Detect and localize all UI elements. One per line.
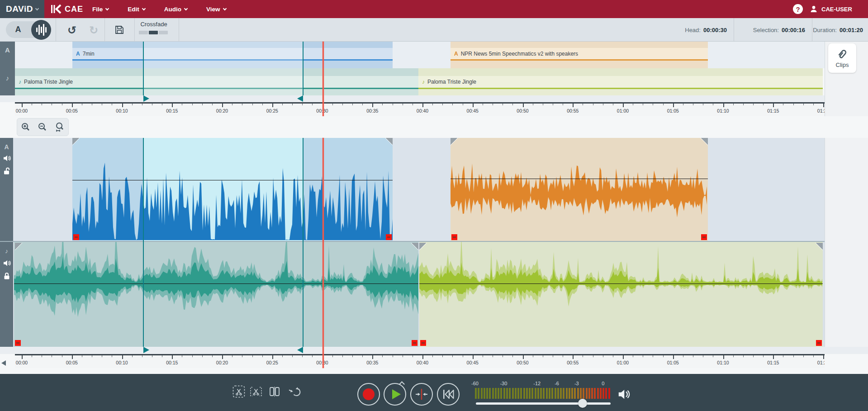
track-b-speaker-icon[interactable] [3, 259, 11, 267]
ruler-label: 00:00 [16, 360, 28, 365]
overview-playhead[interactable] [323, 42, 324, 116]
clips-panel-button[interactable]: Clips [828, 43, 856, 73]
meter-scale-label: -60 [471, 381, 479, 386]
fade-out-handle[interactable] [411, 243, 418, 250]
menu-edit[interactable]: Edit [128, 6, 145, 13]
fade-in-handle[interactable] [72, 138, 80, 145]
overview-timeline-ruler[interactable]: 00:0000:0500:1000:1500:2000:2500:3000:35… [15, 102, 825, 116]
main-selection-start-marker[interactable] [143, 347, 149, 353]
menu-file[interactable]: File [92, 6, 109, 13]
ruler-tick [603, 104, 603, 105]
main-selection-end-marker[interactable] [297, 347, 303, 353]
overview-marker-strip[interactable] [0, 95, 868, 102]
zoom-in-button[interactable] [20, 122, 31, 132]
clip-end-handle[interactable] [816, 340, 822, 346]
track-b-header: ♪ [0, 242, 13, 347]
cut-edges-button[interactable] [249, 385, 263, 398]
main-playhead[interactable] [323, 138, 324, 368]
monitor-speaker-icon[interactable] [617, 387, 631, 401]
head-readout: Head:00:00:30 [633, 18, 727, 42]
david-logo-menu[interactable]: DAViD [0, 0, 44, 18]
clip-end-handle[interactable] [412, 340, 417, 346]
main-selection-start-line[interactable] [143, 138, 144, 347]
help-button[interactable]: ? [793, 4, 803, 14]
waveform-mode-button[interactable] [31, 20, 51, 40]
ruler-tick [493, 355, 493, 357]
ruler-tick [563, 104, 563, 105]
fade-in-handle[interactable] [419, 243, 427, 250]
skip-to-start-button[interactable] [436, 383, 460, 406]
ruler-tick [212, 104, 213, 105]
volume-slider-knob[interactable] [578, 399, 587, 408]
fade-out-handle[interactable] [701, 138, 708, 145]
fade-out-handle[interactable] [816, 243, 823, 250]
user-menu[interactable]: CAE-USER [810, 0, 852, 18]
crossfade-segment-left[interactable] [139, 31, 148, 34]
clip-start-handle[interactable] [15, 340, 21, 346]
selection-end-marker[interactable] [297, 95, 303, 102]
clip-start-handle[interactable] [451, 234, 457, 240]
menu-view[interactable]: View [206, 6, 226, 13]
track-a-unlock-icon[interactable] [3, 167, 10, 175]
clip-jingle-1-waveform[interactable] [14, 242, 418, 347]
gain-line[interactable] [72, 180, 393, 180]
clip-jingle-2-waveform[interactable] [419, 242, 823, 347]
undo-button[interactable]: ↺ [65, 24, 79, 36]
main-selection-end-line[interactable] [303, 138, 304, 347]
clip-start-handle[interactable] [420, 340, 426, 346]
clip-npr-news-waveform[interactable] [451, 138, 708, 241]
zoom-selection-button[interactable] [54, 122, 65, 132]
ruler-tick [332, 355, 333, 357]
ruler-label: 00:00 [16, 108, 28, 113]
clip-7min-waveform[interactable] [72, 138, 393, 241]
track-b-lock-icon[interactable] [3, 272, 10, 280]
meter-segment [577, 388, 579, 399]
meter-segment [586, 388, 588, 399]
fade-in-handle[interactable] [15, 243, 22, 250]
gain-line[interactable] [419, 283, 823, 284]
play-button[interactable] [383, 383, 407, 406]
ruler-tick [703, 104, 703, 105]
gain-line[interactable] [451, 179, 708, 179]
trim-to-selection-button[interactable] [410, 383, 433, 406]
ruler-tick [432, 355, 433, 357]
fade-out-handle[interactable] [385, 138, 393, 145]
track-a-label: A [0, 143, 13, 151]
revert-button[interactable] [288, 385, 301, 398]
ruler-label: 00:20 [216, 108, 228, 113]
crossfade-segment-right[interactable] [159, 31, 168, 34]
clip-end-handle[interactable] [386, 234, 392, 240]
record-button[interactable] [357, 383, 380, 406]
ruler-tick [172, 104, 173, 107]
scroll-left-arrow[interactable] [1, 360, 6, 366]
clip-end-handle[interactable] [701, 234, 707, 240]
fade-in-handle[interactable] [451, 138, 458, 145]
clip-start-handle[interactable] [73, 234, 79, 240]
overview-selection-start-line[interactable] [143, 42, 144, 95]
crossfade-segment-mid[interactable] [149, 31, 158, 34]
split-clip-button[interactable] [268, 385, 281, 398]
ruler-tick [512, 104, 513, 105]
ruler-tick [72, 104, 73, 107]
ruler-tick [763, 355, 764, 357]
ruler-tick [22, 104, 23, 107]
cut-selection-button[interactable] [232, 385, 245, 398]
track-a-speaker-icon[interactable] [3, 154, 11, 162]
ruler-tick [192, 104, 193, 105]
ruler-tick [82, 104, 82, 105]
volume-slider[interactable] [476, 402, 611, 405]
overview-selection-end-line[interactable] [303, 42, 304, 95]
overview-clip-npr-news[interactable]: ANPR News 5min Speechmatics v2 with spea… [451, 42, 708, 68]
ruler-tick [262, 355, 263, 357]
menu-audio[interactable]: Audio [164, 6, 187, 13]
gain-line[interactable] [14, 283, 418, 284]
meter-segment [520, 388, 522, 399]
main-marker-strip[interactable] [0, 347, 868, 354]
save-button[interactable] [114, 24, 125, 35]
zoom-out-button[interactable] [37, 122, 48, 132]
selection-start-marker[interactable] [143, 95, 149, 102]
overview-clip-jingle-2[interactable]: ♪Paloma Triste Jingle [418, 68, 823, 95]
main-timeline-ruler[interactable]: 00:0000:0500:1000:1500:2000:2500:3000:35… [15, 354, 825, 368]
redo-button[interactable]: ↻ [86, 24, 101, 36]
text-mode-button[interactable]: A [6, 21, 30, 38]
